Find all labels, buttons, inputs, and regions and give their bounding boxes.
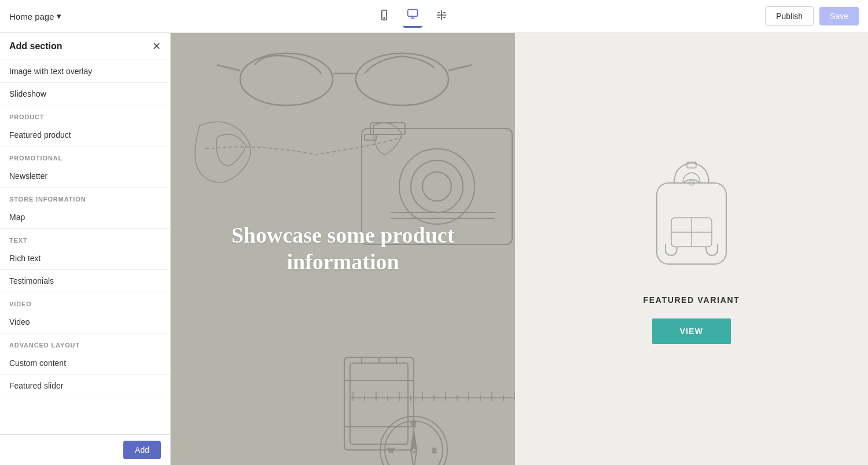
sidebar-item-image-with-text-overlay[interactable]: Image with text overlay [0, 60, 170, 83]
sidebar-item-label: Map [9, 213, 25, 222]
device-toolbar [375, 5, 451, 28]
sidebar-item-label: Slideshow [9, 89, 46, 98]
publish-button[interactable]: Publish [765, 6, 814, 26]
sidebar-item-label: Featured product [9, 130, 71, 140]
category-promotional: PROMOTIONAL [0, 147, 170, 165]
category-text: TEXT [0, 229, 170, 247]
svg-text:E: E [432, 446, 436, 455]
chevron-down-icon: ▾ [57, 11, 61, 21]
add-section-button[interactable]: Add [123, 441, 161, 459]
sidebar-item-slideshow[interactable]: Slideshow [0, 83, 170, 105]
sidebar-item-label: Testimonials [9, 276, 54, 285]
main-layout: Add section ✕ Image with text overlay Sl… [0, 33, 868, 465]
sidebar-item-video[interactable]: Video [0, 311, 170, 334]
mobile-view-button[interactable] [375, 6, 393, 27]
sidebar-footer: Add [0, 434, 170, 465]
sidebar-item-label: Rich text [9, 254, 41, 263]
page-title-dropdown[interactable]: Home page ▾ [9, 11, 61, 21]
sidebar-item-newsletter[interactable]: Newsletter [0, 165, 170, 188]
responsive-view-button[interactable] [432, 6, 451, 27]
sidebar-close-button[interactable]: ✕ [152, 41, 161, 52]
preview-right-panel: FEATURED VARIANT VIEW [515, 33, 868, 465]
save-button[interactable]: Save [819, 7, 859, 25]
sidebar-item-testimonials[interactable]: Testimonials [0, 270, 170, 292]
sidebar-item-label: Image with text overlay [9, 67, 92, 76]
sidebar-item-label: Newsletter [9, 171, 47, 181]
category-product: PRODUCT [0, 105, 170, 124]
svg-text:N: N [411, 420, 416, 429]
sidebar-header: Add section ✕ [0, 33, 170, 60]
svg-point-1 [384, 17, 385, 19]
svg-text:W: W [388, 446, 395, 455]
category-store-information: STORE INFORMATION [0, 188, 170, 206]
featured-variant-label: FEATURED VARIANT [643, 295, 740, 305]
sidebar-item-featured-slider[interactable]: Featured slider [0, 375, 170, 397]
preview-hero-image: N S W E Showcase some product informatio… [171, 33, 515, 465]
sidebar-item-rich-text[interactable]: Rich text [0, 247, 170, 270]
sidebar-item-featured-product[interactable]: Featured product [0, 124, 170, 147]
category-video: VIDEO [0, 292, 170, 311]
topbar: Home page ▾ Publish Save [0, 0, 868, 33]
hero-overlay-text: Showcase some product information [171, 222, 515, 275]
sidebar-item-label: Custom content [9, 358, 66, 368]
sidebar-item-custom-content[interactable]: Custom content [0, 352, 170, 375]
sidebar-item-label: Featured slider [9, 381, 63, 390]
sidebar: Add section ✕ Image with text overlay Sl… [0, 33, 171, 465]
topbar-left: Home page ▾ [9, 11, 61, 21]
sidebar-list: Image with text overlay Slideshow PRODUC… [0, 60, 170, 434]
sidebar-item-label: Video [9, 317, 30, 327]
sidebar-title: Add section [9, 41, 62, 52]
backpack-illustration [639, 154, 744, 281]
topbar-actions: Publish Save [765, 6, 859, 26]
preview-center-panel: N S W E Showcase some product informatio… [171, 33, 515, 465]
page-title-text: Home page [9, 12, 54, 21]
preview-area: N S W E Showcase some product informatio… [171, 33, 868, 465]
svg-rect-2 [408, 10, 418, 17]
desktop-view-button[interactable] [403, 5, 422, 28]
view-button[interactable]: VIEW [652, 318, 731, 344]
sidebar-item-map[interactable]: Map [0, 206, 170, 229]
category-advanced-layout: ADVANCED LAYOUT [0, 334, 170, 352]
